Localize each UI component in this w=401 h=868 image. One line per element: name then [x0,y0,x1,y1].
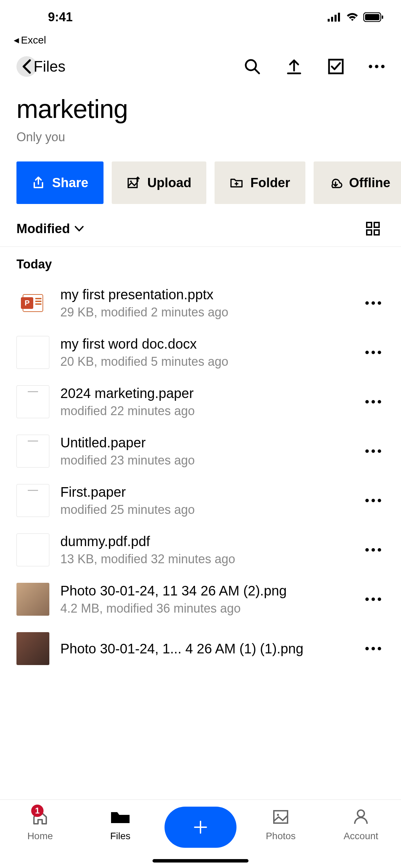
ellipsis-icon [365,351,381,354]
tab-create[interactable] [160,807,241,848]
search-button[interactable] [243,58,261,75]
file-more-button[interactable] [362,642,385,655]
share-button[interactable]: Share [16,161,104,204]
tab-bar: 1 Home Files Photos Account [0,799,401,868]
view-toggle-button[interactable] [365,221,380,236]
folder-label: Folder [250,176,290,190]
svg-point-24 [277,814,279,816]
tab-files[interactable]: Files [80,807,160,842]
file-info: 2024 marketing.papermodified 22 minutes … [60,386,351,418]
svg-point-12 [130,181,132,182]
file-row[interactable]: Untitled.papermodified 23 minutes ago [0,426,401,476]
file-info: dummy.pdf.pdf13 KB, modified 32 minutes … [60,534,351,566]
file-info: Photo 30-01-24, 1... 4 26 AM (1) (1).png [60,641,351,656]
ellipsis-icon [365,548,381,552]
upload-button[interactable]: Upload [112,161,207,204]
folder-subtitle: Only you [16,130,385,144]
wifi-icon [346,13,359,22]
ellipsis-icon [365,449,381,453]
tab-home[interactable]: 1 Home [0,807,80,842]
sort-dropdown[interactable]: Modified [16,221,84,236]
file-meta: modified 22 minutes ago [60,404,351,418]
svg-rect-14 [374,222,379,227]
file-more-button[interactable] [362,297,385,310]
folder-button[interactable]: Folder [215,161,305,204]
file-list: Pmy first presentation.pptx29 KB, modifi… [0,278,401,673]
file-name: First.paper [60,484,351,500]
ellipsis-icon [365,598,381,601]
file-name: 2024 marketing.paper [60,386,351,401]
svg-rect-16 [374,230,379,235]
svg-rect-3 [338,13,340,22]
file-row[interactable]: 2024 marketing.papermodified 22 minutes … [0,377,401,426]
file-row[interactable]: my first word doc.docx20 KB, modified 5 … [0,328,401,377]
svg-rect-21 [35,301,41,302]
ellipsis-icon [365,647,381,650]
new-folder-icon [230,176,243,190]
svg-rect-15 [367,230,372,235]
file-more-button[interactable] [362,445,385,458]
tab-photos[interactable]: Photos [241,807,321,842]
file-name: my first word doc.docx [60,336,351,352]
file-meta: modified 23 minutes ago [60,453,351,468]
file-info: Untitled.papermodified 23 minutes ago [60,435,351,468]
tab-photos-label: Photos [266,831,295,842]
back-button[interactable]: Files [16,56,65,77]
svg-rect-20 [35,298,41,299]
file-more-button[interactable] [362,543,385,556]
file-meta: 13 KB, modified 32 minutes ago [60,552,351,566]
file-more-button[interactable] [362,494,385,507]
create-fab[interactable] [165,807,236,848]
file-row[interactable]: Pmy first presentation.pptx29 KB, modifi… [0,278,401,328]
share-icon [32,176,45,190]
file-thumb [16,435,49,468]
offline-label: Offline [349,176,390,190]
grid-icon [365,221,380,236]
nav-bar: Files [0,46,401,84]
svg-text:P: P [25,299,30,307]
upload-icon [285,58,303,75]
file-row[interactable]: First.papermodified 25 minutes ago [0,476,401,525]
file-name: dummy.pdf.pdf [60,534,351,549]
svg-rect-1 [331,17,333,22]
file-info: my first word doc.docx20 KB, modified 5 … [60,336,351,369]
cellular-icon [328,13,341,22]
ellipsis-icon [365,301,381,305]
svg-rect-13 [367,222,372,227]
file-info: First.papermodified 25 minutes ago [60,484,351,517]
sort-label-text: Modified [16,221,70,236]
file-more-button[interactable] [362,395,385,408]
tab-account[interactable]: Account [321,807,401,842]
status-time: 9:41 [48,10,73,24]
upload-label: Upload [147,176,192,190]
upload-nav-button[interactable] [285,58,303,75]
back-label: Files [34,58,65,75]
offline-button[interactable]: Offline [314,161,401,204]
account-icon [351,807,370,827]
share-label: Share [52,176,88,190]
file-row[interactable]: dummy.pdf.pdf13 KB, modified 32 minutes … [0,525,401,575]
more-nav-button[interactable] [369,63,385,70]
file-row[interactable]: Photo 30-01-24, 11 34 26 AM (2).png4.2 M… [0,575,401,624]
back-app-label: Excel [21,34,46,46]
file-thumb [16,336,49,369]
select-button[interactable] [327,58,345,75]
file-info: Photo 30-01-24, 11 34 26 AM (2).png4.2 M… [60,583,351,616]
title-block: marketing Only you [0,84,401,148]
file-more-button[interactable] [362,593,385,606]
file-meta: 29 KB, modified 2 minutes ago [60,305,351,320]
app-back-breadcrumb[interactable]: ◀ Excel [0,34,401,46]
file-row[interactable]: Photo 30-01-24, 1... 4 26 AM (1) (1).png [0,624,401,673]
tab-home-label: Home [27,831,53,842]
file-more-button[interactable] [362,346,385,359]
section-header-today: Today [0,247,401,278]
sort-row: Modified [0,218,401,246]
file-info: my first presentation.pptx29 KB, modifie… [60,287,351,320]
search-icon [243,58,261,75]
tab-files-label: Files [110,831,130,842]
svg-line-8 [255,69,259,73]
battery-icon [363,12,384,22]
file-thumb: P [16,287,49,320]
file-meta: 20 KB, modified 5 minutes ago [60,354,351,369]
svg-rect-22 [35,303,41,305]
